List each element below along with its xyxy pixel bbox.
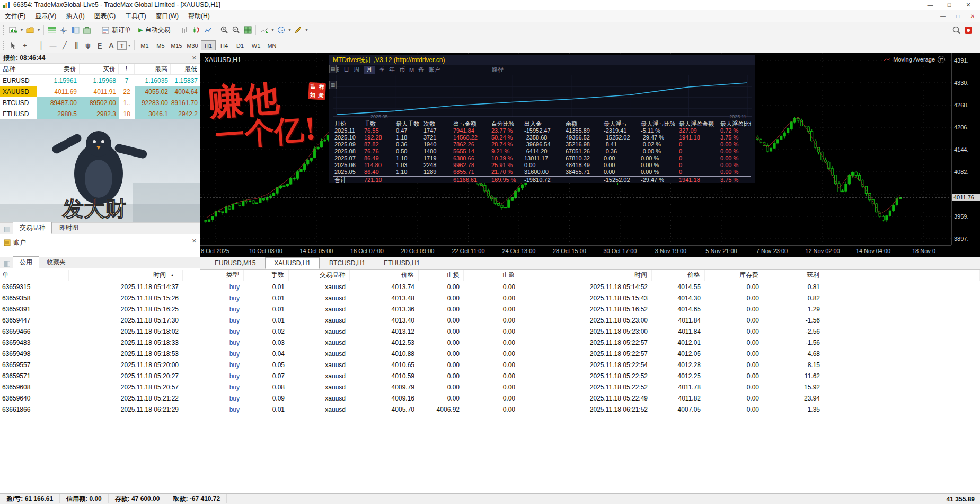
order-column-11[interactable]: 获利 bbox=[763, 270, 824, 281]
candles-chart-icon[interactable] bbox=[190, 24, 202, 36]
zoom-in-icon[interactable] bbox=[218, 24, 230, 36]
timeframe-w1[interactable]: W1 bbox=[249, 40, 263, 50]
line-chart-icon[interactable] bbox=[202, 24, 214, 36]
label-tool-icon[interactable]: T bbox=[117, 41, 127, 50]
minimize-button[interactable]: — bbox=[921, 2, 940, 8]
order-row-63659557[interactable]: 636595572025.11.18 05:20:00buy0.05xauusd… bbox=[0, 359, 980, 370]
order-row-63659483[interactable]: 636594832025.11.18 05:18:33buy0.03xauusd… bbox=[0, 337, 980, 348]
menu-item-1[interactable]: 显示(V) bbox=[30, 10, 61, 22]
menu-item-4[interactable]: 工具(T) bbox=[120, 10, 151, 22]
order-column-1[interactable]: 时间▴ bbox=[69, 270, 183, 281]
close-icon[interactable]: ✕ bbox=[192, 238, 197, 245]
timeframe-m5[interactable]: M5 bbox=[153, 40, 168, 50]
panel-mini-tab-icon[interactable] bbox=[1, 259, 13, 268]
menu-item-2[interactable]: 插入(I) bbox=[61, 10, 89, 22]
timeframe-d1[interactable]: D1 bbox=[233, 40, 248, 50]
shapes-caret-icon[interactable]: ▾ bbox=[127, 43, 132, 48]
market-watch-icon[interactable] bbox=[46, 24, 58, 36]
fibonacci-icon[interactable]: F bbox=[94, 40, 105, 51]
mw-column-1[interactable]: 卖价 bbox=[37, 64, 80, 74]
mw-column-5[interactable]: 最低 bbox=[171, 64, 200, 74]
mtdriver-tab-4[interactable]: 季 bbox=[379, 66, 385, 74]
accounts-item[interactable]: 账户 bbox=[0, 236, 200, 249]
close-icon[interactable]: ✕ bbox=[192, 55, 197, 62]
cursor-icon[interactable] bbox=[7, 40, 19, 51]
order-row-63659358[interactable]: 636593582025.11.18 05:15:26buy0.01xauusd… bbox=[0, 292, 980, 303]
mw-column-0[interactable]: 品种 bbox=[0, 64, 37, 74]
trendline-icon[interactable]: ╱ bbox=[59, 40, 70, 51]
indicators-caret-icon[interactable]: ▾ bbox=[270, 28, 275, 32]
menu-item-0[interactable]: 文件(F) bbox=[0, 10, 30, 22]
mtdriver-row-2025.07[interactable]: 2025.0786.491.1017196380.6610.39 %13011.… bbox=[333, 155, 751, 162]
chart-area[interactable]: XAUUSD,H1 Moving Average ⇄ ▤ ▥ MTDriver统… bbox=[200, 53, 980, 257]
community-icon[interactable] bbox=[963, 24, 974, 36]
order-row-63659498[interactable]: 636594982025.11.18 05:18:53buy0.04xauusd… bbox=[0, 348, 980, 359]
close-button[interactable]: ✕ bbox=[959, 2, 978, 8]
data-window-icon[interactable] bbox=[58, 24, 69, 36]
panel-collapse-button[interactable]: ▤ bbox=[329, 65, 337, 73]
mtdriver-tab-8[interactable]: 备 bbox=[418, 66, 424, 74]
mtdriver-panel[interactable]: MTDriver统计 ,V3.12 (http://mtdriver.cn) 综… bbox=[329, 55, 755, 183]
objects-pencil-icon[interactable] bbox=[292, 24, 304, 36]
mw-column-3[interactable]: ! bbox=[119, 64, 135, 74]
order-row-63659571[interactable]: 636595712025.11.18 05:20:27buy0.07xauusd… bbox=[0, 370, 980, 381]
panel-settings-button[interactable]: ▥ bbox=[329, 81, 337, 89]
panel-mini-tab-icon[interactable] bbox=[1, 225, 13, 234]
indicator-badge-icon[interactable]: ⇄ bbox=[938, 56, 945, 63]
order-column-5[interactable]: 价格 bbox=[350, 270, 419, 281]
mtdriver-tab-1[interactable]: 日 bbox=[343, 66, 349, 74]
timeframe-m15[interactable]: M15 bbox=[169, 40, 184, 50]
new-order-button[interactable]: 新订单 bbox=[98, 24, 135, 36]
mtdriver-row-2025.10[interactable]: 2025.10192.281.18372114568.2250.24 %-235… bbox=[333, 134, 751, 141]
mw-column-4[interactable]: 最高 bbox=[135, 64, 171, 74]
mtdriver-tab-2[interactable]: 周 bbox=[354, 66, 359, 74]
crosshair-icon[interactable]: + bbox=[19, 40, 31, 51]
order-column-10[interactable]: 库存费 bbox=[705, 270, 763, 281]
mtdriver-path-label[interactable]: 路径 bbox=[492, 66, 504, 74]
periods-clock-icon[interactable] bbox=[275, 24, 287, 36]
order-column-9[interactable]: 价格 bbox=[652, 270, 705, 281]
navigator-icon[interactable] bbox=[69, 24, 81, 36]
mtdriver-tab-7[interactable]: M bbox=[409, 67, 414, 73]
order-column-2[interactable]: 类型 bbox=[183, 270, 244, 281]
market-row-xauusd[interactable]: XAUUSD4011.694011.91224055.024004.64 bbox=[0, 86, 200, 97]
horizontal-line-icon[interactable]: — bbox=[47, 40, 59, 51]
timeframe-m30[interactable]: M30 bbox=[185, 40, 200, 50]
toolbar-drag-handle[interactable] bbox=[3, 25, 5, 35]
mdi-minimize-button[interactable]: — bbox=[935, 13, 950, 19]
text-tool-icon[interactable]: A bbox=[105, 40, 117, 51]
vertical-line-icon[interactable]: │ bbox=[36, 40, 47, 51]
timeframe-h4[interactable]: H4 bbox=[217, 40, 232, 50]
periods-caret-icon[interactable]: ▾ bbox=[287, 28, 292, 32]
mtdriver-row-2025.06[interactable]: 2025.06114.801.0322489962.7825.91 %0.004… bbox=[333, 162, 751, 169]
toolbox-icon[interactable] bbox=[81, 24, 93, 36]
order-column-6[interactable]: 止损 bbox=[419, 270, 464, 281]
menu-item-3[interactable]: 图表(C) bbox=[90, 10, 121, 22]
zoom-out-icon[interactable] bbox=[230, 24, 242, 36]
mtdriver-tab-3[interactable]: 月 bbox=[364, 66, 375, 74]
autotrading-button[interactable]: ▶ 自动交易 bbox=[135, 24, 174, 36]
order-row-63661866[interactable]: 636618662025.11.18 06:21:29buy0.01xauusd… bbox=[0, 404, 980, 415]
order-column-7[interactable]: 止盈 bbox=[464, 270, 519, 281]
chart-tab-eurusd-m15[interactable]: EURUSD,M15 bbox=[206, 257, 264, 269]
market-row-eurusd[interactable]: EURUSD1.159611.1596871.160351.15837 bbox=[0, 75, 200, 86]
menu-item-6[interactable]: 帮助(H) bbox=[183, 10, 215, 22]
chart-tab-xauusd-h1[interactable]: XAUUSD,H1 bbox=[265, 257, 320, 269]
new-chart-caret-icon[interactable]: ▾ bbox=[19, 28, 24, 32]
bars-chart-icon[interactable] bbox=[179, 24, 190, 36]
market-watch-tab-1[interactable]: 即时图 bbox=[52, 222, 85, 234]
toolbar-drag-handle[interactable] bbox=[3, 41, 5, 50]
time-axis[interactable]: 8 Oct 202510 Oct 03:0014 Oct 05:0016 Oct… bbox=[200, 245, 951, 257]
timeframe-mn[interactable]: MN bbox=[264, 40, 279, 50]
navigator-tab-0[interactable]: 公用 bbox=[13, 256, 39, 268]
mtdriver-titlebar[interactable]: MTDriver统计 ,V3.12 (http://mtdriver.cn) bbox=[329, 55, 755, 65]
mdi-restore-button[interactable]: □ bbox=[950, 13, 965, 19]
market-row-ethusd[interactable]: ETHUSD2980.52982.3183046.12942.2 bbox=[0, 108, 200, 119]
tile-windows-icon[interactable] bbox=[242, 24, 253, 36]
order-row-63659447[interactable]: 636594472025.11.18 05:17:30buy0.01xauusd… bbox=[0, 315, 980, 326]
menu-item-5[interactable]: 窗口(W) bbox=[151, 10, 183, 22]
order-column-0[interactable]: 单 bbox=[0, 270, 69, 281]
new-chart-icon[interactable] bbox=[7, 24, 19, 36]
chart-tab-ethusd-h1[interactable]: ETHUSD,H1 bbox=[375, 257, 429, 269]
order-column-4[interactable]: 交易品种 bbox=[289, 270, 350, 281]
